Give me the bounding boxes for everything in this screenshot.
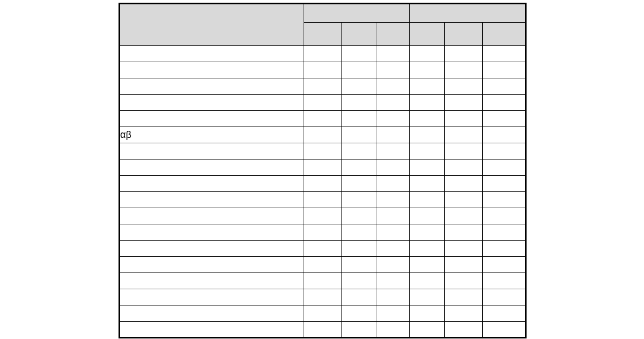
- cell: [483, 322, 526, 338]
- cell: [342, 322, 377, 338]
- cell: [483, 62, 526, 78]
- table-row: [120, 241, 526, 257]
- cell: [410, 143, 445, 159]
- cell: [483, 95, 526, 111]
- cell: [445, 46, 483, 62]
- cell: [377, 257, 410, 273]
- cell: [377, 224, 410, 241]
- cell: [483, 159, 526, 176]
- row-label: [120, 95, 304, 111]
- cell: [410, 322, 445, 338]
- table-row: [120, 224, 526, 241]
- cell: [410, 241, 445, 257]
- cell: [445, 78, 483, 95]
- cell: [410, 46, 445, 62]
- cell: [410, 257, 445, 273]
- cell: [377, 143, 410, 159]
- table-row: [120, 192, 526, 208]
- cell: [377, 95, 410, 111]
- cell: [342, 192, 377, 208]
- cell: [377, 159, 410, 176]
- cell: [342, 224, 377, 241]
- cell: [304, 305, 342, 322]
- cell: [377, 78, 410, 95]
- cell: [445, 62, 483, 78]
- cell: [445, 127, 483, 143]
- cell: [377, 322, 410, 338]
- table-row: [120, 159, 526, 176]
- cell: [410, 159, 445, 176]
- cell: [304, 257, 342, 273]
- cell: [342, 143, 377, 159]
- cell: [342, 127, 377, 143]
- cell: [483, 192, 526, 208]
- row-label: [120, 322, 304, 338]
- cell: [304, 176, 342, 192]
- cell: [304, 273, 342, 289]
- table-row: [120, 208, 526, 224]
- cell: [445, 273, 483, 289]
- row-label: [120, 208, 304, 224]
- page: αβ: [0, 0, 644, 339]
- cell: [483, 111, 526, 127]
- cell: [445, 192, 483, 208]
- cell: [445, 111, 483, 127]
- cell: [377, 62, 410, 78]
- cell: [410, 62, 445, 78]
- row-label: [120, 305, 304, 322]
- cell: [445, 241, 483, 257]
- cell: [445, 224, 483, 241]
- table-row: αβ: [120, 127, 526, 143]
- cell: [483, 305, 526, 322]
- cell: [342, 46, 377, 62]
- row-label: [120, 111, 304, 127]
- table-row: [120, 305, 526, 322]
- cell: [304, 127, 342, 143]
- cell: [445, 208, 483, 224]
- cell: [483, 78, 526, 95]
- cell: [483, 46, 526, 62]
- header-group1: [304, 4, 410, 23]
- row-label: [120, 273, 304, 289]
- cell: [483, 143, 526, 159]
- cell: [483, 273, 526, 289]
- cell: [377, 46, 410, 62]
- cell: [304, 78, 342, 95]
- cell: [410, 305, 445, 322]
- cell: [342, 241, 377, 257]
- cell: [445, 176, 483, 192]
- cell: [342, 176, 377, 192]
- table-row: [120, 322, 526, 338]
- table-row: [120, 257, 526, 273]
- row-label: [120, 289, 304, 305]
- row-label: [120, 143, 304, 159]
- row-label: [120, 241, 304, 257]
- cell: [483, 289, 526, 305]
- cell: [342, 159, 377, 176]
- row-label: [120, 159, 304, 176]
- header-group2: [410, 4, 526, 23]
- cell: [304, 62, 342, 78]
- cell: [377, 241, 410, 257]
- table-row: [120, 78, 526, 95]
- table-row: [120, 62, 526, 78]
- cell: [445, 159, 483, 176]
- cell: [304, 95, 342, 111]
- cell: [342, 208, 377, 224]
- table-row: [120, 273, 526, 289]
- row-label: [120, 46, 304, 62]
- cell: [483, 127, 526, 143]
- table-row: [120, 95, 526, 111]
- header-group2-sub-1: [445, 23, 483, 46]
- cell: [410, 176, 445, 192]
- cell: [483, 241, 526, 257]
- table-row: [120, 46, 526, 62]
- cell: [304, 159, 342, 176]
- header-group1-sub-0: [304, 23, 342, 46]
- row-label: αβ: [120, 127, 304, 143]
- cell: [410, 127, 445, 143]
- cell: [445, 289, 483, 305]
- cell: [304, 111, 342, 127]
- cell: [483, 208, 526, 224]
- cell: [342, 111, 377, 127]
